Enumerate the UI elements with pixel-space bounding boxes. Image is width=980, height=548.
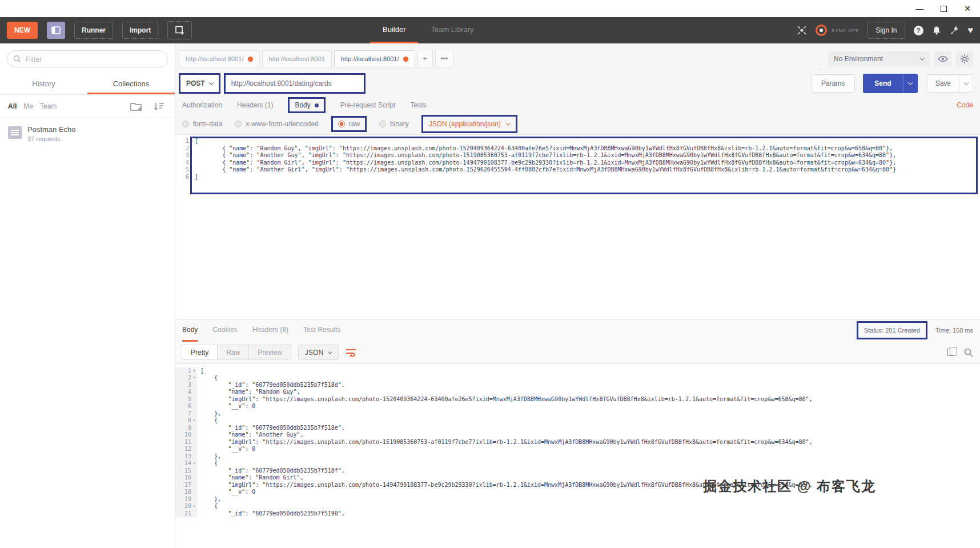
request-section-tabs: Authorization Headers (1) Body — [175, 97, 980, 114]
send-options-button[interactable] — [903, 74, 918, 93]
request-body-editor[interactable]: 1 ▾ [ 2 ▾ { "name": "Random Guy", "imgUr… — [175, 134, 980, 319]
fold-caret-icon[interactable]: ▾ — [189, 138, 195, 145]
collection-item-postman-echo[interactable]: Postman Echo 37 requests — [0, 118, 175, 149]
sign-in-button[interactable]: Sign In — [867, 22, 905, 39]
more-tabs-button[interactable]: ••• — [435, 50, 454, 68]
fold-caret-icon[interactable]: ▾ — [191, 460, 197, 467]
notifications-bell-icon[interactable] — [932, 26, 941, 35]
scope-me[interactable]: Me — [23, 102, 33, 110]
scope-all[interactable]: All — [8, 102, 17, 110]
sync-status[interactable]: SYNC OFF — [816, 25, 859, 36]
save-options-button[interactable] — [959, 75, 973, 92]
response-tab[interactable]: Body — [182, 319, 198, 342]
line-gutter: 12 ▾ — [175, 446, 197, 453]
search-response-icon[interactable] — [964, 348, 973, 357]
code-line: 3 ▾ { "name": "Another Guy", "imgUrl": "… — [175, 152, 980, 159]
close-icon[interactable]: ✕ — [964, 5, 971, 13]
line-number: 5 — [175, 166, 189, 174]
body-mode-option[interactable]: form-data — [182, 120, 222, 128]
interceptor-icon[interactable] — [797, 25, 807, 35]
request-tab[interactable]: http://localhost:8001/ — [179, 50, 260, 67]
fold-caret-icon[interactable]: ▾ — [191, 417, 197, 425]
request-section-tab[interactable]: Body — [288, 97, 325, 113]
tab-collections[interactable]: Collections — [87, 74, 175, 94]
response-tab[interactable]: Cookies — [212, 319, 237, 342]
line-gutter: 21 ▾ — [175, 510, 197, 518]
sidebar-toggle-button[interactable] — [47, 22, 65, 39]
line-number: 16 — [175, 474, 191, 482]
code-line: 15 ▾ "_id": "60779ed050ddb5235b7f518f", — [175, 467, 980, 475]
fold-caret-icon[interactable]: ▾ — [191, 374, 197, 382]
content-type-select[interactable]: JSON (application/json) — [421, 115, 517, 133]
body-mode-option[interactable]: x-www-form-urlencoded — [235, 120, 318, 128]
method-label: POST — [186, 79, 205, 87]
body-mode-label: form-data — [193, 120, 222, 128]
code-link[interactable]: Code — [957, 101, 973, 109]
response-tab-label: Test Results — [303, 326, 340, 334]
filter-input[interactable] — [26, 55, 162, 63]
line-number: 14 — [175, 460, 191, 467]
request-section-tab-list: Authorization Headers (1) Body — [182, 97, 426, 113]
body-mode-option[interactable]: raw — [331, 116, 367, 132]
response-format-select[interactable]: JSON — [298, 345, 339, 360]
settings-wrench-icon[interactable] — [950, 26, 959, 35]
line-text: "name": "Random Guy", — [197, 389, 300, 396]
request-section-tab[interactable]: Headers (1) — [237, 101, 273, 109]
help-icon[interactable]: ? — [914, 26, 923, 35]
request-tabstrip: http://localhost:8001/ http://localhost:… — [175, 43, 980, 70]
copy-icon[interactable] — [947, 349, 954, 356]
view-mode-button[interactable]: Preview — [248, 345, 291, 360]
line-text: "imgUrl": "https://images.unsplash.com/p… — [197, 439, 813, 446]
body-mode-option[interactable]: binary — [379, 120, 409, 128]
fold-caret-icon[interactable]: ▾ — [191, 503, 197, 510]
line-text: [ — [197, 367, 204, 375]
line-number: 20 — [175, 503, 191, 510]
request-tab[interactable]: http://localhost:8001 — [262, 50, 332, 67]
line-number: 4 — [175, 389, 191, 396]
code-line: 9 ▾ "_id": "60779ed050ddb5235b7f518e", — [175, 425, 980, 432]
minimize-icon[interactable]: — — [915, 5, 923, 13]
response-tab[interactable]: Test Results — [303, 319, 340, 342]
chevron-down-icon — [208, 80, 213, 85]
code-line: 1 ▾ [ — [175, 367, 980, 375]
send-button[interactable]: Send — [863, 74, 902, 93]
new-window-button[interactable] — [167, 21, 192, 39]
import-button[interactable]: Import — [122, 22, 158, 39]
environment-select[interactable]: No Environment — [828, 51, 930, 67]
fold-caret-icon[interactable]: ▾ — [191, 367, 197, 375]
response-tabs: Body Cookies Headers (8) Test Results — [175, 319, 980, 342]
response-meta: Status: 201 Created Time: 150 ms — [857, 319, 973, 342]
sort-icon[interactable] — [154, 102, 167, 111]
line-text: }, — [197, 496, 221, 503]
method-select[interactable]: POST — [179, 73, 220, 94]
params-button[interactable]: Params — [811, 74, 855, 93]
environment-preview-button[interactable] — [934, 51, 951, 67]
scope-team[interactable]: Team — [40, 102, 57, 110]
new-folder-icon[interactable] — [130, 101, 144, 111]
sync-icon — [816, 25, 827, 36]
environment-settings-button[interactable] — [956, 51, 973, 67]
tab-team-library[interactable]: Team Library — [418, 17, 486, 43]
url-input[interactable] — [226, 79, 364, 87]
new-button[interactable]: NEW — [7, 22, 38, 39]
view-mode-button[interactable]: Raw — [217, 345, 249, 360]
add-tab-button[interactable]: + — [417, 50, 433, 68]
wrap-text-icon[interactable] — [346, 348, 356, 357]
collection-scope-row: All Me Team — [0, 95, 175, 118]
line-text: { "name": "Random Girl", "imgUrl": "http… — [195, 159, 896, 167]
response-tab[interactable]: Headers (8) — [252, 319, 288, 342]
heart-icon[interactable]: ♥ — [968, 26, 974, 35]
tab-builder[interactable]: Builder — [370, 17, 418, 43]
request-section-tab[interactable]: Authorization — [182, 101, 222, 109]
view-mode-button[interactable]: Pretty — [182, 345, 218, 360]
tab-history[interactable]: History — [0, 74, 87, 94]
request-section-tab[interactable]: Tests — [410, 101, 426, 109]
maximize-icon[interactable] — [941, 6, 947, 12]
save-button[interactable]: Save — [927, 75, 959, 92]
eye-icon — [938, 55, 948, 62]
response-body-viewer[interactable]: 1 ▾ [ 2 ▾ { — [175, 363, 980, 548]
runner-button[interactable]: Runner — [74, 22, 113, 39]
request-section-tab[interactable]: Pre-request Script — [340, 101, 396, 109]
request-tab[interactable]: http://localhost:8001/ — [334, 50, 415, 67]
chevron-down-icon — [506, 121, 511, 125]
